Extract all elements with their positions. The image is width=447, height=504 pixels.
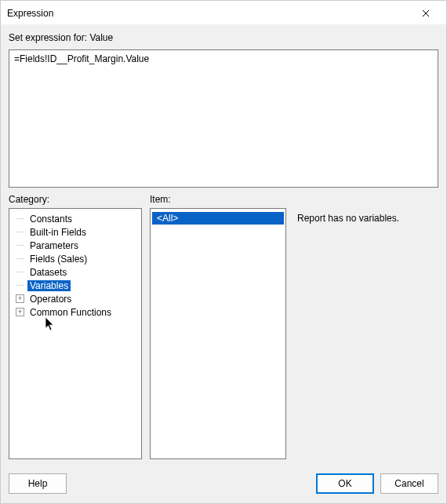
category-node-label: Common Functions xyxy=(27,307,114,318)
item-row[interactable]: <All> xyxy=(152,212,284,225)
expand-icon[interactable]: + xyxy=(16,308,24,316)
description-text: Report has no variables. xyxy=(297,213,399,224)
tree-connector-icon: ⋯ xyxy=(16,255,24,263)
category-node-label: Fields (Sales) xyxy=(27,254,89,265)
category-node-label: Parameters xyxy=(27,240,81,251)
close-icon xyxy=(422,9,430,17)
tree-connector-icon: ⋯ xyxy=(16,228,24,236)
description-column: Report has no variables. xyxy=(294,192,438,459)
tree-connector-icon: ⋯ xyxy=(16,215,24,223)
category-node-label: Built-in Fields xyxy=(27,227,89,238)
expression-dialog: Expression Set expression for: Value Cat… xyxy=(0,0,447,504)
category-node[interactable]: ⋯Constants xyxy=(11,212,140,225)
item-column: Item: <All> xyxy=(150,192,286,459)
dialog-content: Set expression for: Value Category: ⋯Con… xyxy=(1,24,446,467)
item-panel[interactable]: <All> xyxy=(150,208,286,459)
category-node[interactable]: ⋯Variables xyxy=(11,279,140,292)
category-node[interactable]: ⋯Parameters xyxy=(11,239,140,252)
item-list: <All> xyxy=(152,212,284,225)
tree-connector-icon: ⋯ xyxy=(16,282,24,290)
category-node-label: Datasets xyxy=(27,267,69,278)
lower-panels: Category: ⋯Constants⋯Built-in Fields⋯Par… xyxy=(9,192,438,459)
category-node-label: Constants xyxy=(27,214,74,225)
description-spacer xyxy=(294,194,438,205)
category-label: Category: xyxy=(9,194,142,205)
description-panel: Report has no variables. xyxy=(294,208,438,459)
window-title: Expression xyxy=(7,8,53,19)
category-node-label: Operators xyxy=(27,294,74,305)
category-node[interactable]: ⋯Built-in Fields xyxy=(11,225,140,239)
category-panel[interactable]: ⋯Constants⋯Built-in Fields⋯Parameters⋯Fi… xyxy=(9,208,142,459)
tree-connector-icon: ⋯ xyxy=(16,242,24,250)
tree-connector-icon: ⋯ xyxy=(16,268,24,276)
button-bar: Help OK Cancel xyxy=(1,467,446,503)
category-node[interactable]: ⋯Fields (Sales) xyxy=(11,252,140,265)
category-tree: ⋯Constants⋯Built-in Fields⋯Parameters⋯Fi… xyxy=(11,212,140,319)
category-column: Category: ⋯Constants⋯Built-in Fields⋯Par… xyxy=(9,192,142,459)
close-button[interactable] xyxy=(412,4,440,23)
set-expression-label: Set expression for: Value xyxy=(9,32,438,43)
category-node[interactable]: +Common Functions xyxy=(11,305,140,319)
expression-input[interactable] xyxy=(9,49,438,188)
ok-button[interactable]: OK xyxy=(316,473,374,494)
titlebar: Expression xyxy=(1,1,446,24)
item-label: Item: xyxy=(150,194,286,205)
category-node[interactable]: ⋯Datasets xyxy=(11,265,140,279)
category-node[interactable]: +Operators xyxy=(11,292,140,305)
help-button[interactable]: Help xyxy=(9,473,67,494)
category-node-label: Variables xyxy=(27,280,71,291)
cancel-button[interactable]: Cancel xyxy=(380,473,438,494)
expand-icon[interactable]: + xyxy=(16,294,24,303)
